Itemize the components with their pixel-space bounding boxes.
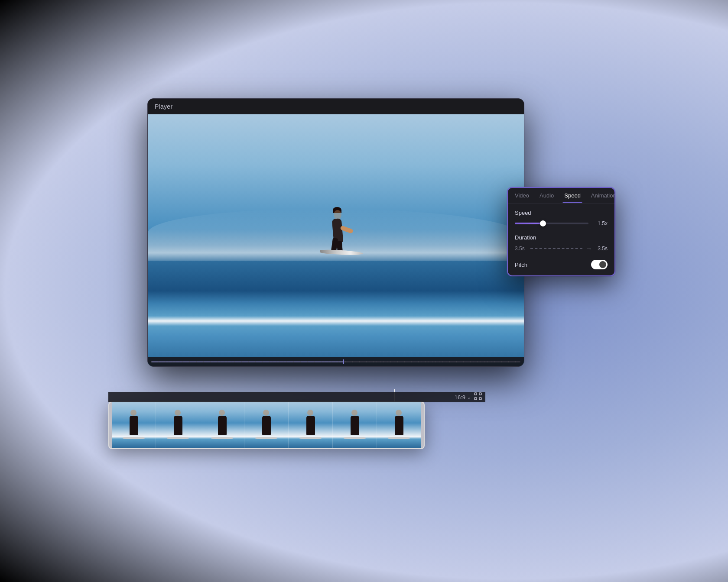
duration-track [530, 248, 582, 249]
strip-right-handle[interactable] [421, 402, 424, 448]
frame-1-board [123, 437, 145, 439]
panel-tabs: Video Audio Speed Animation [508, 188, 614, 204]
svg-rect-2 [474, 398, 477, 400]
player-titlebar: Player [148, 99, 524, 114]
tab-video[interactable]: Video [510, 188, 534, 203]
frame-5-surfer [306, 416, 315, 435]
frame-3-surfer [218, 416, 227, 435]
aspect-ratio-button[interactable]: 16:9 ⌄ [455, 394, 471, 401]
frame-1-surfer [130, 416, 138, 435]
duration-section-label: Duration [515, 234, 608, 241]
svg-rect-3 [479, 398, 481, 400]
frame-2-surfer [174, 416, 182, 435]
frame-2-board [167, 437, 189, 439]
aspect-chevron-icon: ⌄ [467, 395, 471, 400]
timeline-bar[interactable] [151, 361, 520, 362]
frame-3-board [211, 437, 233, 439]
scene: Player [104, 64, 624, 518]
tab-audio[interactable]: Audio [534, 188, 559, 203]
speed-value: 1.5x [592, 220, 608, 226]
player-timeline[interactable] [148, 357, 524, 366]
thumb-frame-5 [289, 402, 333, 448]
pitch-label: Pitch [515, 262, 527, 268]
frame-7-board [388, 437, 410, 439]
duration-row: 3.5s → 3.5s [515, 245, 608, 252]
thumb-frame-6 [333, 402, 377, 448]
speed-slider-track[interactable] [515, 223, 588, 224]
thumb-frame-4 [244, 402, 289, 448]
duration-arrow-icon: → [586, 245, 592, 252]
pitch-row: Pitch [515, 260, 608, 269]
speed-slider-row: 1.5x [515, 220, 608, 226]
tab-speed[interactable]: Speed [559, 188, 586, 203]
thumb-frame-3 [200, 402, 244, 448]
thumbnail-strip [108, 401, 425, 449]
frame-7-surfer [395, 416, 403, 435]
player-bottom-bar: 16:9 ⌄ [108, 392, 485, 402]
duration-start: 3.5s [515, 246, 527, 252]
player-title: Player [155, 103, 172, 110]
aspect-ratio-label: 16:9 [455, 394, 465, 401]
fullscreen-button[interactable] [474, 392, 482, 402]
pitch-toggle[interactable] [591, 260, 608, 269]
thumb-frame-7 [377, 402, 421, 448]
speed-panel: Video Audio Speed Animation Speed 1.5x [507, 187, 615, 276]
svg-rect-1 [479, 393, 481, 395]
speed-slider-thumb[interactable] [540, 220, 546, 226]
timeline-playhead[interactable] [343, 359, 344, 364]
frame-5-board [299, 437, 322, 439]
thumb-frames [112, 402, 421, 448]
video-frame [148, 114, 524, 366]
video-area[interactable] [148, 114, 524, 366]
player-window: Player [147, 98, 524, 367]
timeline-dots [151, 361, 520, 362]
thumb-frame-2 [156, 402, 200, 448]
speed-slider-fill [515, 223, 543, 224]
speed-section-label: Speed [515, 210, 608, 216]
thumb-frame-1 [112, 402, 156, 448]
tab-animation[interactable]: Animation [586, 188, 615, 203]
frame-4-surfer [262, 416, 271, 435]
fullscreen-icon [474, 392, 482, 400]
pitch-toggle-knob [599, 261, 606, 268]
frame-4-board [255, 437, 277, 439]
surfer-figure [328, 195, 354, 255]
frame-6-board [344, 437, 366, 439]
panel-body: Speed 1.5x Duration 3.5s → 3.5s Pitch [508, 204, 614, 275]
duration-end: 3.5s [595, 246, 608, 252]
svg-rect-0 [474, 393, 477, 395]
frame-6-surfer [351, 416, 359, 435]
surfer-head [334, 210, 341, 220]
